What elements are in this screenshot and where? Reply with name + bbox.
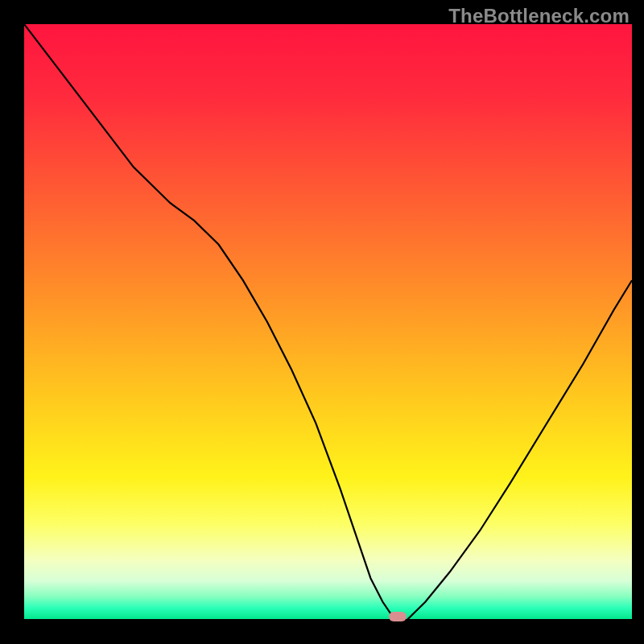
bottleneck-curve	[24, 24, 632, 620]
optimum-marker	[389, 612, 407, 621]
chart-frame: TheBottleneck.com	[0, 0, 644, 644]
plot-area	[24, 24, 632, 620]
watermark-text: TheBottleneck.com	[448, 5, 630, 27]
